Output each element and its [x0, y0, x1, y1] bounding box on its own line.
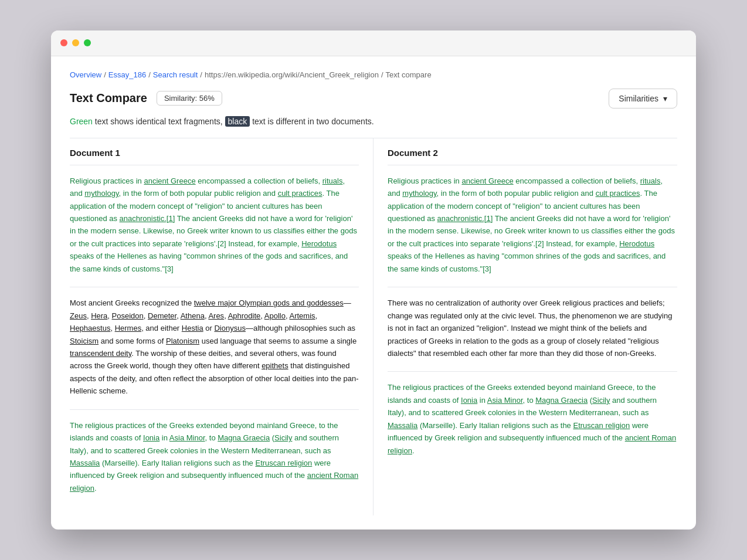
link-ancient-greece-1[interactable]: ancient Greece — [144, 177, 195, 185]
breadcrumb-url: https://en.wikipedia.org/wiki/Ancient_Gr… — [205, 70, 379, 79]
link-stoicism[interactable]: Stoicism — [70, 337, 99, 345]
doc2-para2: There was no centralization of authority… — [388, 297, 677, 359]
breadcrumb-essay[interactable]: Essay_186 — [108, 70, 146, 79]
document2-column: Document 2 Religious practices in ancien… — [374, 138, 677, 516]
link-magna-graecia-2[interactable]: Magna Graecia — [535, 396, 588, 405]
link-hermes[interactable]: Hermes — [115, 324, 142, 332]
doc1-para1: Religious practices in ancient Greece en… — [70, 175, 359, 276]
similarity-badge: Similarity: 56% — [157, 91, 222, 106]
link-mythology-2[interactable]: mythology — [402, 189, 436, 198]
minimize-button[interactable] — [72, 39, 79, 46]
col-divider-2 — [70, 409, 359, 410]
link-anachronistic-2[interactable]: anachronistic.[1] — [437, 214, 493, 223]
chevron-down-icon: ▾ — [663, 94, 667, 103]
legend-text2: text is different in two documents. — [252, 117, 374, 126]
maximize-button[interactable] — [84, 39, 91, 46]
link-roman-religion-1[interactable]: ancient Roman religion — [70, 471, 358, 492]
link-zeus[interactable]: Zeus — [70, 311, 87, 320]
legend-text1: text shows identical text fragments, — [95, 117, 225, 126]
link-ionia-1[interactable]: Ionia — [143, 433, 159, 442]
link-etruscan-2[interactable]: Etruscan religion — [573, 421, 630, 430]
col-divider-4 — [388, 371, 677, 372]
doc2-para3: The religious practices of the Greeks ex… — [388, 381, 677, 457]
link-massalia-1[interactable]: Massalia — [70, 459, 100, 467]
link-roman-religion-2[interactable]: ancient Roman religion — [388, 433, 676, 454]
similarities-button[interactable]: Similarities ▾ — [609, 89, 677, 108]
legend-black-label: black — [225, 116, 250, 127]
link-etruscan-1[interactable]: Etruscan religion — [255, 459, 312, 467]
link-athena[interactable]: Athena — [181, 311, 205, 320]
legend-green-label: Green — [70, 117, 93, 126]
header-row: Text Compare Similarity: 56% Similaritie… — [70, 89, 677, 108]
link-mythology-1[interactable]: mythology — [84, 189, 118, 198]
app-window: Overview / Essay_186 / Search result / h… — [51, 30, 696, 530]
link-magna-graecia-1[interactable]: Magna Graecia — [218, 433, 270, 442]
link-ancient-greece-2[interactable]: ancient Greece — [461, 177, 513, 185]
link-anachronistic-1[interactable]: anachronistic.[1] — [120, 214, 175, 223]
link-herodotus-1[interactable]: Herodotus — [301, 239, 337, 248]
link-aphrodite[interactable]: Aphrodite — [228, 311, 261, 320]
breadcrumb-search-result[interactable]: Search result — [153, 70, 198, 79]
link-artemis[interactable]: Artemis — [289, 311, 315, 320]
breadcrumb-overview[interactable]: Overview — [70, 70, 101, 79]
link-twelve-gods[interactable]: twelve major Olympian gods and goddesses — [194, 298, 344, 307]
document2-heading: Document 2 — [388, 148, 677, 165]
link-transcendent-deity[interactable]: transcendent deity — [70, 349, 131, 358]
close-button[interactable] — [60, 39, 67, 46]
link-hera[interactable]: Hera — [91, 311, 107, 320]
columns-container: Document 1 Religious practices in ancien… — [70, 138, 677, 516]
title-area: Text Compare Similarity: 56% — [70, 91, 222, 106]
link-asia-minor-2[interactable]: Asia Minor — [487, 396, 523, 405]
link-sicily-1[interactable]: Sicily — [274, 433, 292, 442]
link-ares[interactable]: Ares — [208, 311, 224, 320]
link-herodotus-2[interactable]: Herodotus — [619, 239, 654, 248]
main-content: Overview / Essay_186 / Search result / h… — [51, 56, 696, 530]
document1-column: Document 1 Religious practices in ancien… — [70, 138, 374, 516]
link-cult-practices-2[interactable]: cult practices — [596, 189, 640, 198]
link-rituals-1[interactable]: rituals — [322, 177, 343, 185]
col-divider-3 — [388, 287, 677, 287]
link-epithets[interactable]: epithets — [262, 361, 288, 370]
link-demeter[interactable]: Demeter — [148, 311, 176, 320]
legend: Green text shows identical text fragment… — [70, 117, 677, 126]
page-title: Text Compare — [70, 91, 147, 105]
titlebar — [51, 30, 696, 56]
doc1-para3: The religious practices of the Greeks ex… — [70, 419, 359, 495]
col-divider-1 — [70, 287, 359, 287]
link-hephaestus[interactable]: Hephaestus — [70, 324, 110, 332]
doc1-para2: Most ancient Greeks recognized the twelv… — [70, 297, 359, 398]
breadcrumb: Overview / Essay_186 / Search result / h… — [70, 70, 677, 79]
doc2-para1: Religious practices in ancient Greece en… — [388, 175, 677, 276]
link-cult-practices-1[interactable]: cult practices — [278, 189, 322, 198]
link-asia-minor-1[interactable]: Asia Minor — [169, 433, 205, 442]
link-hestia[interactable]: Hestia — [182, 324, 203, 332]
link-ionia-2[interactable]: Ionia — [461, 396, 477, 405]
link-dionysus[interactable]: Dionysus — [214, 324, 245, 332]
document1-heading: Document 1 — [70, 148, 359, 165]
link-poseidon[interactable]: Poseidon — [112, 311, 144, 320]
link-sicily-2[interactable]: Sicily — [592, 396, 610, 405]
link-apollo[interactable]: Apollo — [264, 311, 286, 320]
link-rituals-2[interactable]: rituals — [640, 177, 661, 185]
link-massalia-2[interactable]: Massalia — [388, 421, 417, 430]
link-platonism[interactable]: Platonism — [166, 337, 199, 345]
breadcrumb-text-compare: Text compare — [386, 70, 432, 79]
